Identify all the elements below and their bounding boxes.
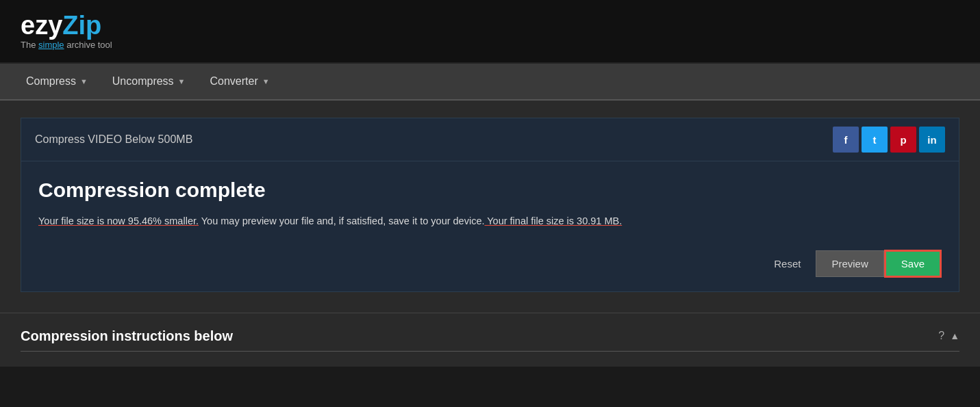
compress-caret-icon: ▼ bbox=[80, 77, 88, 86]
preview-button[interactable]: Preview bbox=[816, 250, 883, 277]
completion-text-part3: Your final file size is 30.91 MB. bbox=[485, 215, 623, 226]
navbar: Compress ▼ Uncompress ▼ Converter ▼ bbox=[0, 64, 980, 101]
facebook-button[interactable]: f bbox=[833, 127, 859, 153]
logo-text: ezyZip bbox=[21, 12, 959, 38]
nav-uncompress-label: Uncompress bbox=[112, 75, 174, 88]
uncompress-caret-icon: ▼ bbox=[178, 77, 186, 86]
twitter-button[interactable]: t bbox=[862, 127, 888, 153]
nav-compress-label: Compress bbox=[26, 75, 76, 88]
nav-item-uncompress[interactable]: Uncompress ▼ bbox=[100, 64, 198, 99]
logo-tagline: The simple archive tool bbox=[21, 40, 959, 50]
tagline-suffix: archive tool bbox=[64, 40, 112, 50]
social-icons: f t p in bbox=[833, 127, 945, 153]
help-icon[interactable]: ? bbox=[938, 330, 944, 342]
completion-text-part2: You may preview your file and, if satisf… bbox=[199, 215, 485, 226]
instructions-section: Compression instructions below ? ▲ bbox=[0, 313, 980, 367]
instructions-divider bbox=[21, 351, 959, 352]
instructions-header: Compression instructions below ? ▲ bbox=[21, 328, 959, 344]
tagline-prefix: The bbox=[21, 40, 38, 50]
linkedin-button[interactable]: in bbox=[919, 127, 945, 153]
card-title: Compress VIDEO Below 500MB bbox=[35, 133, 192, 146]
compress-card: Compress VIDEO Below 500MB f t p in Comp… bbox=[21, 118, 959, 292]
card-actions: Reset Preview Save bbox=[38, 250, 942, 278]
card-body: Compression complete Your file size is n… bbox=[21, 161, 959, 291]
completion-title: Compression complete bbox=[38, 179, 942, 202]
nav-converter-label: Converter bbox=[210, 75, 258, 88]
reset-button[interactable]: Reset bbox=[759, 251, 816, 276]
logo-ezy: ezy bbox=[21, 11, 62, 40]
nav-item-compress[interactable]: Compress ▼ bbox=[14, 64, 100, 99]
chevron-up-icon[interactable]: ▲ bbox=[950, 330, 959, 341]
instructions-title: Compression instructions below bbox=[21, 328, 233, 344]
save-button[interactable]: Save bbox=[884, 250, 942, 278]
instructions-controls: ? ▲ bbox=[938, 330, 959, 342]
main-content: Compress VIDEO Below 500MB f t p in Comp… bbox=[0, 101, 980, 313]
logo-zip: Zip bbox=[62, 11, 101, 40]
nav-items: Compress ▼ Uncompress ▼ Converter ▼ bbox=[14, 64, 966, 99]
header: ezyZip The simple archive tool bbox=[0, 0, 980, 64]
card-header: Compress VIDEO Below 500MB f t p in bbox=[21, 118, 959, 161]
completion-text: Your file size is now 95.46% smaller. Yo… bbox=[38, 214, 942, 229]
converter-caret-icon: ▼ bbox=[262, 77, 270, 86]
completion-text-part1: Your file size is now 95.46% smaller. bbox=[38, 215, 199, 226]
pinterest-button[interactable]: p bbox=[890, 127, 916, 153]
nav-item-converter[interactable]: Converter ▼ bbox=[198, 64, 282, 99]
logo: ezyZip The simple archive tool bbox=[21, 12, 959, 50]
tagline-simple: simple bbox=[38, 40, 64, 50]
